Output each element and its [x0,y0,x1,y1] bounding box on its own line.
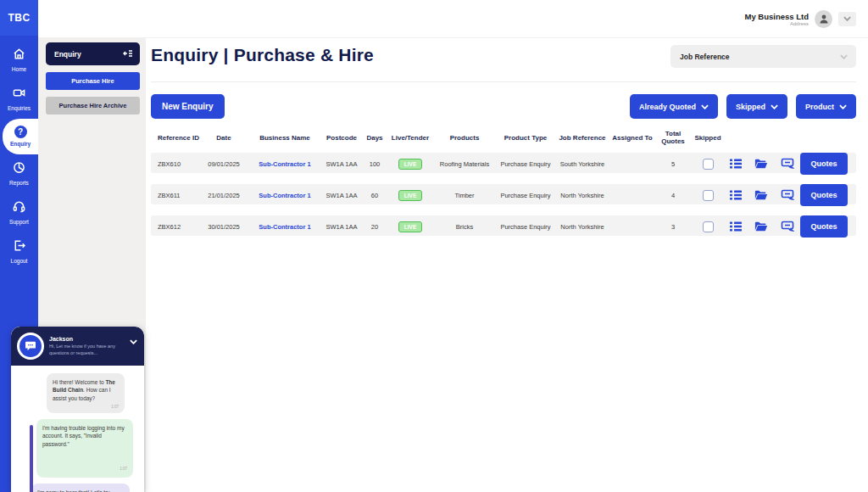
column-header: Live/Tender [388,134,432,142]
live-status-badge: LIVE [398,159,422,170]
sidebar-item-reports[interactable]: Reports [0,154,38,193]
pie-chart-icon [13,161,25,177]
cell-days: 60 [361,192,388,199]
skipped-checkbox[interactable] [703,190,714,201]
column-header: Postcode [322,134,361,142]
chat-bubble-icon[interactable] [775,189,800,201]
sidebar-item-home[interactable]: Home [0,41,38,80]
cell-date: 09/01/2025 [200,160,248,168]
cell-business-name-link[interactable]: Sub-Contractor 1 [248,160,322,168]
chat-scrollbar[interactable] [30,425,33,492]
home-icon [13,48,25,64]
avatar[interactable] [815,10,832,28]
topbar: My Business Ltd Address [38,0,868,38]
chevron-down-icon [839,104,847,109]
cell-reference-id: ZBX610 [151,160,200,168]
new-enquiry-button[interactable]: New Enquiry [151,94,225,119]
business-address: Address [745,21,810,26]
subpanel-item-purchase-hire-archive[interactable]: Purchase Hire Archive [46,97,140,115]
sidebar-item-label: Enquiry [10,141,31,147]
chevron-down-icon [130,339,137,344]
sidebar-item-enquiries[interactable]: Enquiries [0,80,38,119]
cell-job-reference: North Yorkshire [554,223,610,231]
column-header: Reference ID [151,134,200,142]
filter-button-label: Skipped [736,103,765,111]
table-body: ZBX610 09/01/2025 Sub-Contractor 1 SW1A … [151,153,856,236]
chevron-down-icon [843,16,851,21]
column-header: Product Type [497,134,554,142]
cell-business-name-link[interactable]: Sub-Contractor 1 [248,192,322,199]
column-header: Assigned To [610,134,654,142]
chat-collapse-button[interactable] [130,333,137,348]
chat-messages: Hi there! Welcome to The Build Chain. Ho… [11,366,144,492]
folder-open-icon[interactable] [748,158,775,170]
chat-bubble-icon[interactable] [775,158,800,170]
sidebar-item-label: Reports [9,180,29,186]
job-reference-dropdown[interactable]: Job Reference [670,45,856,68]
account-chevron-button[interactable] [838,12,856,26]
headset-icon [13,200,25,216]
sidebar-item-logout[interactable]: Logout [0,232,38,271]
list-icon[interactable] [724,221,748,232]
cell-job-reference: North Yorkshire [554,192,610,199]
folder-open-icon[interactable] [748,221,775,232]
business-name: My Business Ltd [745,12,810,21]
live-status-badge: LIVE [398,221,422,232]
column-header: Job Reference [554,134,610,142]
cell-product-type: Purchase Enquiry [497,223,554,231]
cell-products: Bricks [432,223,497,231]
chevron-down-icon [840,54,848,59]
sidebar-item-support[interactable]: Support [0,193,38,232]
chevron-down-icon [771,104,778,109]
filter-buttons: Already QuotedSkippedProduct [630,94,856,119]
cell-total-quotes: 5 [654,160,692,168]
sidebar-item-enquiry[interactable]: ?Enquiry [3,119,38,154]
logout-icon [13,239,25,255]
cell-days: 100 [361,160,388,168]
live-status-badge: LIVE [398,190,422,201]
already-quoted-filter-button[interactable]: Already Quoted [630,94,718,119]
column-header: Days [361,134,388,142]
cell-postcode: SW1A 1AA [322,192,361,199]
app-logo[interactable]: TBC [0,0,38,36]
cell-total-quotes: 3 [654,223,692,231]
column-header: Date [200,134,248,142]
cell-date: 30/01/2025 [200,223,248,231]
quotes-button[interactable]: Quotes [800,153,848,175]
table-row: ZBX611 21/01/2025 Sub-Contractor 1 SW1A … [151,184,856,204]
enquiry-table: Reference IDDateBusiness NamePostcodeDay… [151,130,856,236]
table-row: ZBX610 09/01/2025 Sub-Contractor 1 SW1A … [151,153,856,173]
quotes-button[interactable]: Quotes [800,215,848,238]
folder-open-icon[interactable] [748,189,775,201]
cell-reference-id: ZBX612 [151,223,200,231]
list-icon[interactable] [724,189,748,201]
chat-message-agent: I'm sorry to hear that! Let's try [31,484,130,492]
skipped-filter-button[interactable]: Skipped [726,94,787,119]
cell-business-name-link[interactable]: Sub-Contractor 1 [248,223,322,231]
quotes-button[interactable]: Quotes [800,184,848,206]
sidebar-item-label: Logout [11,258,28,264]
product-filter-button[interactable]: Product [796,94,856,119]
collapse-panel-icon[interactable] [123,49,133,59]
question-circle-icon: ? [14,126,27,138]
message-timestamp: 1:07 [42,467,127,472]
skipped-checkbox[interactable] [703,221,714,232]
cell-products: Timber [432,192,497,199]
filter-button-label: Product [805,103,834,111]
cell-product-type: Purchase Enquiry [497,192,554,199]
column-header: Total Quotes [654,130,692,145]
cell-total-quotes: 4 [654,192,692,199]
cell-reference-id: ZBX611 [151,192,200,199]
skipped-checkbox[interactable] [703,159,714,170]
title-divider [151,81,856,82]
table-header-row: Reference IDDateBusiness NamePostcodeDay… [151,130,856,145]
chat-message-user: I'm having trouble logging into my accou… [36,419,133,478]
chat-header: Jackson Hi, Let me know if you have any … [11,327,144,366]
chat-bubble-icon[interactable] [775,221,800,232]
account-text: My Business Ltd Address [745,12,810,26]
list-icon[interactable] [724,158,748,170]
subpanel-item-purchase-hire[interactable]: Purchase Hire [46,72,140,90]
cell-postcode: SW1A 1AA [322,223,361,231]
enquiry-panel-header: Enquiry [46,42,140,65]
message-timestamp: 1:07 [53,405,119,411]
